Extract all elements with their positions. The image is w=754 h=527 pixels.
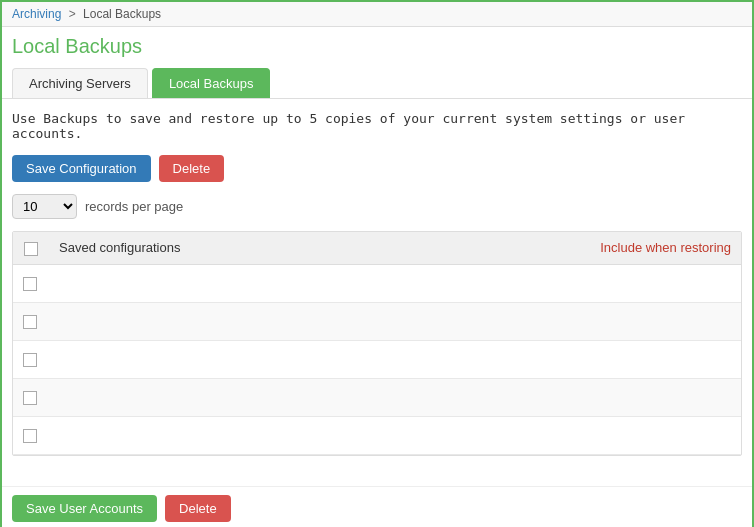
save-configuration-button[interactable]: Save Configuration xyxy=(12,155,151,182)
row-include-cell xyxy=(384,340,741,378)
content-area: Use Backups to save and restore up to 5 … xyxy=(2,99,752,527)
description-text: Use Backups to save and restore up to 5 … xyxy=(12,111,742,141)
col-saved-configs-header: Saved configurations xyxy=(49,232,384,264)
table-row xyxy=(13,416,741,454)
row-config-cell xyxy=(49,302,384,340)
delete-bottom-button[interactable]: Delete xyxy=(165,495,231,522)
row-checkbox-cell xyxy=(13,378,49,416)
row-checkbox-cell xyxy=(13,340,49,378)
page-title: Local Backups xyxy=(12,35,742,58)
col-include-header: Include when restoring xyxy=(384,232,741,264)
row-checkbox-cell xyxy=(13,264,49,302)
row-checkbox-cell xyxy=(13,302,49,340)
col-checkbox-header xyxy=(13,232,49,264)
row-checkbox[interactable] xyxy=(23,315,37,329)
row-config-cell xyxy=(49,416,384,454)
breadcrumb-bar: Archiving > Local Backups xyxy=(2,2,752,27)
header-checkbox[interactable] xyxy=(24,242,38,256)
breadcrumb-separator: > xyxy=(69,7,76,21)
tabs-row: Archiving Servers Local Backups xyxy=(2,68,752,99)
per-page-select[interactable]: 10 5 25 50 100 xyxy=(12,194,77,219)
save-user-accounts-button[interactable]: Save User Accounts xyxy=(12,495,157,522)
row-include-cell xyxy=(384,378,741,416)
page-header: Local Backups xyxy=(2,27,752,68)
top-action-buttons: Save Configuration Delete xyxy=(12,155,742,182)
breadcrumb-parent[interactable]: Archiving xyxy=(12,7,61,21)
per-page-label: records per page xyxy=(85,199,183,214)
bottom-action-buttons: Save User Accounts Delete xyxy=(2,486,752,527)
table-row xyxy=(13,302,741,340)
breadcrumb: Archiving > Local Backups xyxy=(12,7,161,21)
row-include-cell xyxy=(384,264,741,302)
table-row xyxy=(13,340,741,378)
configurations-table: Saved configurations Include when restor… xyxy=(13,232,741,455)
row-checkbox[interactable] xyxy=(23,277,37,291)
configurations-table-container: Saved configurations Include when restor… xyxy=(12,231,742,456)
row-config-cell xyxy=(49,378,384,416)
tab-archiving-servers[interactable]: Archiving Servers xyxy=(12,68,148,98)
delete-top-button[interactable]: Delete xyxy=(159,155,225,182)
row-checkbox-cell xyxy=(13,416,49,454)
page-wrapper: Archiving > Local Backups Local Backups … xyxy=(2,2,752,527)
row-include-cell xyxy=(384,416,741,454)
breadcrumb-current: Local Backups xyxy=(83,7,161,21)
tab-local-backups[interactable]: Local Backups xyxy=(152,68,271,98)
row-checkbox[interactable] xyxy=(23,429,37,443)
row-config-cell xyxy=(49,340,384,378)
table-row xyxy=(13,378,741,416)
table-row xyxy=(13,264,741,302)
per-page-row: 10 5 25 50 100 records per page xyxy=(12,194,742,219)
row-config-cell xyxy=(49,264,384,302)
row-checkbox[interactable] xyxy=(23,353,37,367)
row-include-cell xyxy=(384,302,741,340)
row-checkbox[interactable] xyxy=(23,391,37,405)
